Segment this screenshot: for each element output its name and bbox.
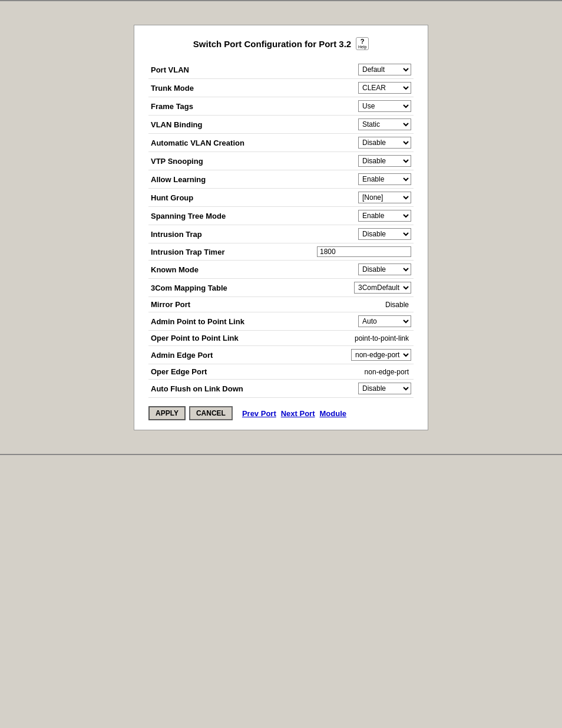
select-trunk-mode[interactable]: CLEAR [358,82,411,94]
panel-title: Switch Port Configuration for Port 3.2 [193,39,351,49]
field-value-3[interactable]: Static [266,116,414,134]
input-intrusion-trap-timer[interactable] [317,246,411,257]
field-value-15: point-to-point-link [266,331,414,346]
bottom-bar: APPLY CANCEL Prev Port Next Port Module [148,406,414,420]
field-label-10: Intrusion Trap Timer [148,243,266,261]
form-row: Admin Edge Portnon-edge-portedge-port [148,346,414,364]
form-row: VTP SnoopingDisableEnable [148,152,414,170]
select-admin-edge-port[interactable]: non-edge-portedge-port [351,349,411,361]
field-label-2: Frame Tags [148,97,266,116]
nav-links: Prev Port Next Port Module [242,409,346,418]
field-value-11[interactable]: DisableEnable [266,261,414,279]
select-known-mode[interactable]: DisableEnable [358,263,411,275]
config-form-table: Port VLANDefaultTrunk ModeCLEARFrame Tag… [148,61,414,398]
field-value-13: Disable [266,297,414,312]
select-frame-tags[interactable]: Use [358,100,411,112]
field-value-5[interactable]: DisableEnable [266,152,414,170]
bottom-rule [0,454,562,455]
select-vlan-binding[interactable]: Static [358,118,411,130]
select-automatic-vlan-creation[interactable]: DisableEnable [358,137,411,149]
prev-port-link[interactable]: Prev Port [242,409,276,418]
select-spanning-tree-mode[interactable]: EnableDisable [358,210,411,222]
form-row: 3Com Mapping Table3ComDefault [148,279,414,297]
apply-button[interactable]: APPLY [148,406,186,420]
select-vtp-snooping[interactable]: DisableEnable [358,155,411,167]
field-value-7[interactable]: [None] [266,189,414,207]
field-value-9[interactable]: DisableEnable [266,225,414,243]
field-value-10[interactable] [266,243,414,261]
field-label-15: Oper Point to Point Link [148,331,266,346]
field-label-4: Automatic VLAN Creation [148,134,266,152]
field-label-11: Known Mode [148,261,266,279]
help-icon-button[interactable]: ? Help [356,37,369,50]
select-3com-mapping-table[interactable]: 3ComDefault [354,282,411,294]
page-wrapper: Switch Port Configuration for Port 3.2 ?… [0,13,562,442]
field-label-9: Intrusion Trap [148,225,266,243]
field-label-5: VTP Snooping [148,152,266,170]
form-row: Automatic VLAN CreationDisableEnable [148,134,414,152]
form-row: Allow LearningEnableDisable [148,170,414,189]
field-value-14[interactable]: Auto [266,312,414,331]
help-question-mark: ? [361,38,365,45]
static-mirror-port: Disable [385,301,411,309]
field-value-18[interactable]: DisableEnable [266,380,414,398]
field-label-13: Mirror Port [148,297,266,312]
select-allow-learning[interactable]: EnableDisable [358,173,411,185]
next-port-link[interactable]: Next Port [281,409,315,418]
form-row: Trunk ModeCLEAR [148,79,414,97]
module-link[interactable]: Module [320,409,347,418]
field-value-16[interactable]: non-edge-portedge-port [266,346,414,364]
form-row: Port VLANDefault [148,61,414,79]
field-label-7: Hunt Group [148,189,266,207]
select-admin-point-to-point-link[interactable]: Auto [358,315,411,327]
field-label-1: Trunk Mode [148,79,266,97]
field-label-12: 3Com Mapping Table [148,279,266,297]
field-value-17: non-edge-port [266,364,414,380]
field-label-8: Spanning Tree Mode [148,207,266,225]
panel-title-row: Switch Port Configuration for Port 3.2 ?… [148,37,414,50]
form-row: Auto Flush on Link DownDisableEnable [148,380,414,398]
cancel-button[interactable]: CANCEL [189,406,233,420]
form-row: Spanning Tree ModeEnableDisable [148,207,414,225]
field-label-17: Oper Edge Port [148,364,266,380]
field-value-2[interactable]: Use [266,97,414,116]
field-value-4[interactable]: DisableEnable [266,134,414,152]
field-value-6[interactable]: EnableDisable [266,170,414,189]
form-row: VLAN BindingStatic [148,116,414,134]
field-value-1[interactable]: CLEAR [266,79,414,97]
field-value-12[interactable]: 3ComDefault [266,279,414,297]
form-row: Oper Edge Portnon-edge-port [148,364,414,380]
field-label-18: Auto Flush on Link Down [148,380,266,398]
select-auto-flush-on-link-down[interactable]: DisableEnable [358,383,411,394]
form-row: Oper Point to Point Linkpoint-to-point-l… [148,331,414,346]
field-label-3: VLAN Binding [148,116,266,134]
form-row: Hunt Group[None] [148,189,414,207]
select-intrusion-trap[interactable]: DisableEnable [358,228,411,240]
field-value-8[interactable]: EnableDisable [266,207,414,225]
select-port-vlan[interactable]: Default [358,64,411,75]
field-label-0: Port VLAN [148,61,266,79]
field-label-6: Allow Learning [148,170,266,189]
field-label-16: Admin Edge Port [148,346,266,364]
form-row: Frame TagsUse [148,97,414,116]
form-row: Mirror PortDisable [148,297,414,312]
form-row: Admin Point to Point LinkAuto [148,312,414,331]
form-row: Known ModeDisableEnable [148,261,414,279]
top-rule [0,0,562,1]
form-row: Intrusion Trap Timer [148,243,414,261]
field-label-14: Admin Point to Point Link [148,312,266,331]
static-oper-edge-port: non-edge-port [365,368,411,376]
select-hunt-group[interactable]: [None] [358,192,411,203]
field-value-0[interactable]: Default [266,61,414,79]
help-label: Help [358,45,366,49]
configuration-panel: Switch Port Configuration for Port 3.2 ?… [134,25,428,430]
static-oper-point-to-point-link: point-to-point-link [355,334,411,342]
form-row: Intrusion TrapDisableEnable [148,225,414,243]
